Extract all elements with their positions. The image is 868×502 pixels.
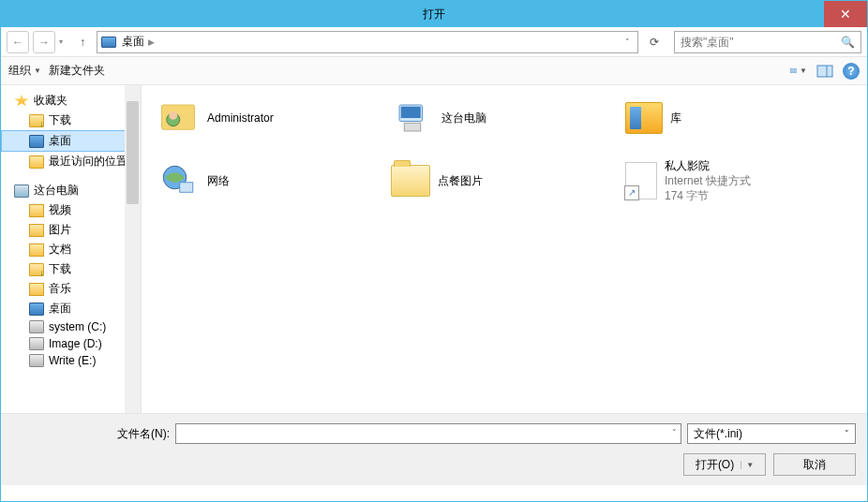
organize-label: 组织 — [8, 63, 31, 79]
preview-pane-button[interactable] — [816, 63, 833, 80]
sidebar-scrollbar[interactable] — [125, 85, 141, 413]
item-this-pc[interactable]: 这台电脑 — [385, 95, 620, 141]
downloads-icon — [29, 114, 44, 127]
tree-drive-d[interactable]: Image (D:) — [1, 335, 141, 352]
location-text: 桌面 — [122, 34, 144, 50]
filter-label: 文件(*.ini) — [694, 426, 742, 442]
navigation-bar: ← → ▾ ↑ 桌面 ▶ ˅ ⟳ 🔍 — [1, 27, 867, 57]
breadcrumb-separator-icon[interactable]: ▶ — [148, 37, 155, 47]
item-size: 174 字节 — [665, 188, 751, 203]
user-folder-icon — [157, 98, 200, 138]
item-label: 库 — [670, 111, 681, 126]
scrollbar-thumb[interactable] — [127, 101, 139, 204]
item-label: 私人影院 — [665, 158, 751, 173]
new-folder-button[interactable]: 新建文件夹 — [49, 63, 105, 79]
address-dropdown-icon[interactable]: ˅ — [621, 37, 634, 47]
svg-rect-4 — [817, 66, 832, 77]
tree-recent[interactable]: 最近访问的位置 — [1, 152, 141, 171]
filetype-filter[interactable]: 文件(*.ini) ˅ — [687, 423, 856, 444]
desktop-icon — [101, 37, 116, 48]
tree-documents[interactable]: 文档 — [1, 240, 141, 259]
computer-icon — [391, 98, 434, 138]
item-folder-diancan[interactable]: 点餐图片 — [385, 155, 620, 208]
chevron-down-icon: ▼ — [34, 66, 41, 75]
chevron-down-icon: ▼ — [800, 66, 807, 75]
item-libraries[interactable]: 库 — [620, 95, 854, 141]
item-network[interactable]: 网络 — [151, 155, 385, 208]
tree-drive-e[interactable]: Write (E:) — [1, 352, 141, 369]
item-label: Administrator — [207, 111, 274, 126]
file-list: Administrator 这台电脑 库 网络 点餐图片 私人影院 — [142, 85, 867, 413]
navigation-pane: 收藏夹 下载 桌面 最近访问的位置 这台电脑 视频 图片 文档 下载 音乐 桌面… — [1, 85, 142, 413]
videos-icon — [29, 204, 44, 217]
view-options-button[interactable]: ▼ — [790, 63, 807, 80]
up-button[interactable]: ↑ — [72, 32, 93, 52]
tree-downloads2[interactable]: 下载 — [1, 259, 141, 279]
window-title: 打开 — [423, 7, 445, 22]
item-shortcut[interactable]: 私人影院 Internet 快捷方式 174 字节 — [620, 155, 854, 208]
tree-videos[interactable]: 视频 — [1, 200, 141, 220]
svg-rect-13 — [180, 183, 193, 193]
svg-rect-11 — [404, 123, 421, 131]
documents-icon — [29, 244, 44, 257]
search-input[interactable] — [681, 36, 841, 49]
music-icon — [29, 283, 44, 296]
filename-label: 文件名(N): — [12, 426, 170, 442]
tree-favorites[interactable]: 收藏夹 — [1, 91, 141, 111]
refresh-button[interactable]: ⟳ — [644, 32, 665, 52]
forward-button[interactable]: → — [33, 31, 55, 53]
search-icon[interactable]: 🔍 — [841, 36, 855, 49]
open-label: 打开(O) — [696, 457, 734, 473]
item-administrator[interactable]: Administrator — [151, 95, 385, 141]
tree-drive-c[interactable]: system (C:) — [1, 318, 141, 335]
new-folder-label: 新建文件夹 — [49, 63, 105, 79]
tree-music[interactable]: 音乐 — [1, 279, 141, 299]
drive-icon — [29, 320, 44, 333]
filename-combobox[interactable]: ˅ — [175, 423, 681, 444]
pictures-icon — [29, 224, 44, 237]
drive-icon — [29, 354, 44, 367]
tree-desktop2[interactable]: 桌面 — [1, 299, 141, 318]
desktop-icon — [29, 135, 44, 148]
computer-icon — [14, 185, 29, 198]
item-label: 网络 — [207, 173, 230, 188]
downloads-icon — [29, 263, 44, 276]
address-bar[interactable]: 桌面 ▶ ˅ — [97, 31, 638, 53]
search-box[interactable]: 🔍 — [674, 31, 861, 53]
cancel-button[interactable]: 取消 — [773, 453, 856, 476]
svg-rect-10 — [401, 107, 421, 118]
svg-rect-2 — [790, 71, 793, 73]
tree-pictures[interactable]: 图片 — [1, 220, 141, 240]
history-dropdown[interactable]: ▾ — [59, 37, 68, 46]
star-icon — [14, 95, 29, 108]
svg-point-8 — [169, 111, 177, 120]
back-button[interactable]: ← — [7, 31, 29, 53]
network-icon — [157, 161, 200, 200]
titlebar: 打开 ✕ — [1, 1, 867, 27]
item-label: 这台电脑 — [441, 111, 486, 126]
bottom-panel: 文件名(N): ˅ 文件(*.ini) ˅ 打开(O) ▼ 取消 — [1, 413, 867, 485]
svg-rect-3 — [794, 71, 797, 73]
tree-this-pc[interactable]: 这台电脑 — [1, 181, 141, 200]
libraries-icon — [625, 102, 663, 134]
close-button[interactable]: ✕ — [824, 1, 867, 27]
toolbar: 组织 ▼ 新建文件夹 ▼ ? — [1, 57, 867, 85]
item-label: 点餐图片 — [438, 173, 483, 188]
recent-icon — [29, 155, 44, 169]
shortcut-icon — [625, 162, 657, 199]
svg-rect-1 — [794, 68, 797, 70]
help-button[interactable]: ? — [843, 63, 860, 80]
split-dropdown-icon[interactable]: ▼ — [741, 461, 754, 469]
drive-icon — [29, 337, 44, 350]
chevron-down-icon[interactable]: ˅ — [672, 428, 677, 437]
open-button[interactable]: 打开(O) ▼ — [683, 453, 766, 476]
svg-rect-0 — [790, 68, 793, 70]
tree-downloads[interactable]: 下载 — [1, 111, 141, 130]
chevron-down-icon: ˅ — [845, 429, 849, 438]
item-type: Internet 快捷方式 — [665, 173, 751, 188]
organize-menu[interactable]: 组织 ▼ — [8, 63, 41, 79]
desktop-icon — [29, 303, 44, 316]
folder-icon — [391, 165, 430, 197]
content-area: 收藏夹 下载 桌面 最近访问的位置 这台电脑 视频 图片 文档 下载 音乐 桌面… — [1, 85, 867, 413]
tree-desktop[interactable]: 桌面 — [1, 130, 141, 152]
